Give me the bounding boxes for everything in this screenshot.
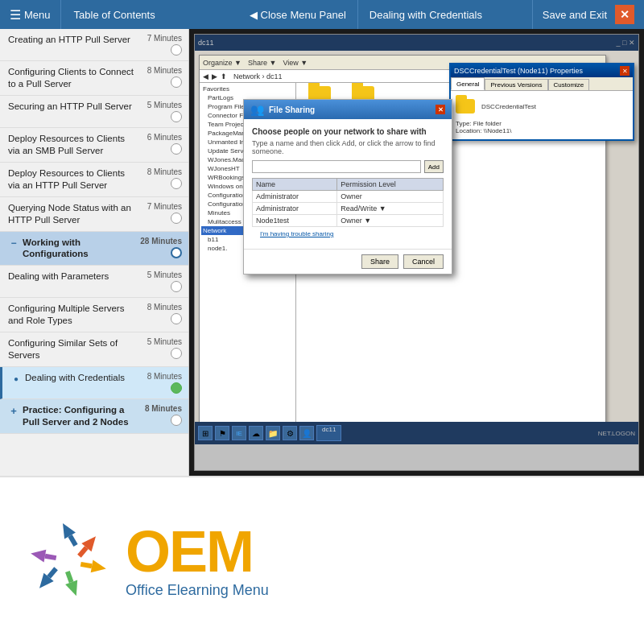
main-content: Creating an HTTP Pull Server 7 Minutes C… bbox=[0, 29, 644, 476]
top-navigation: ☰ Menu Table of Contents ◀ Close Menu Pa… bbox=[0, 0, 644, 29]
menu-button[interactable]: ☰ Menu bbox=[0, 0, 61, 29]
svg-marker-10 bbox=[30, 547, 47, 562]
table-row: Node1test Owner ▼ bbox=[253, 215, 444, 227]
status-circle bbox=[171, 143, 182, 155]
taskbar-icon-folder[interactable]: 📁 bbox=[266, 426, 280, 440]
taskbar-icon-gear[interactable]: ⚙ bbox=[283, 426, 297, 440]
svg-marker-6 bbox=[65, 580, 82, 597]
sidebar-item-working-configs[interactable]: − Working with Configurations 28 Minutes bbox=[0, 232, 188, 266]
tab-customize[interactable]: Customize bbox=[548, 79, 590, 90]
status-circle bbox=[171, 111, 182, 122]
dialog-content: DSCCredentialTest Type: File folder Loca… bbox=[451, 91, 633, 139]
svg-rect-7 bbox=[65, 571, 73, 583]
dialog-close-button[interactable]: ✕ bbox=[620, 66, 630, 76]
window-titlebar: dc11 _ □ ✕ bbox=[195, 35, 638, 51]
oem-text: OEM Office Elearning Menu bbox=[126, 522, 269, 599]
sidebar-item-secure-http[interactable]: Securing an HTTP Pull Server 5 Minutes bbox=[0, 96, 188, 128]
sidebar-item-http-pull-server[interactable]: Creating an HTTP Pull Server 7 Minutes bbox=[0, 29, 188, 61]
sharing-body: Choose people on your network to share w… bbox=[244, 119, 452, 249]
start-button[interactable]: ⊞ bbox=[198, 426, 213, 440]
sidebar-item-practice[interactable]: + Practice: Configuring a Pull Server an… bbox=[0, 399, 188, 434]
svg-marker-4 bbox=[91, 559, 108, 575]
folder-icon-dialog bbox=[456, 99, 475, 114]
trouble-sharing-link[interactable]: I'm having trouble sharing bbox=[252, 227, 444, 241]
sidebar-item-similar-sets[interactable]: Configuring Similar Sets of Servers 5 Mi… bbox=[0, 332, 188, 367]
svg-rect-1 bbox=[68, 534, 77, 546]
menu-label: Menu bbox=[24, 9, 51, 21]
sharing-name-input[interactable] bbox=[252, 160, 421, 173]
sidebar-item-deploy-http[interactable]: Deploy Resources to Clients via an HTTP … bbox=[0, 163, 188, 197]
table-row: Administrator Owner bbox=[253, 191, 444, 203]
svg-rect-3 bbox=[77, 546, 89, 558]
col-name: Name bbox=[253, 179, 337, 191]
status-circle-green bbox=[171, 382, 182, 394]
svg-rect-5 bbox=[80, 561, 93, 568]
status-circle bbox=[171, 281, 182, 292]
oem-branding-section: OEM Office Elearning Menu bbox=[0, 476, 644, 644]
sharing-instruction: Type a name and then click Add, or click… bbox=[252, 139, 444, 155]
sidebar-item-configure-clients[interactable]: Configuring Clients to Connect to a Pull… bbox=[0, 61, 188, 96]
status-circle bbox=[171, 44, 182, 56]
status-circle bbox=[171, 213, 182, 224]
collapse-icon: − bbox=[10, 237, 16, 249]
dialog-title-bar: DSCCredentialTest (Node11) Properties ✕ bbox=[451, 64, 633, 77]
nav-item-favorites[interactable]: Favorites bbox=[201, 85, 294, 93]
status-circle-playing bbox=[171, 247, 182, 258]
taskbar-icon-cloud[interactable]: ☁ bbox=[249, 426, 263, 440]
bullet-icon: ● bbox=[14, 374, 19, 383]
windows-screen: dc11 _ □ ✕ Organize ▼ Share ▼ View ▼ ◀ ▶… bbox=[194, 34, 639, 471]
taskbar-window-explorer[interactable]: dc11 bbox=[316, 425, 341, 441]
table-row: Administrator Read/Write ▼ bbox=[253, 203, 444, 215]
windows-taskbar: ⊞ ⚑ IE ☁ 📁 ⚙ 👤 dc11 NET.LOGON bbox=[195, 422, 638, 444]
sharing-title-bar: 👥 File Sharing ✕ bbox=[244, 100, 452, 119]
sharing-add-button[interactable]: Add bbox=[424, 160, 444, 173]
dialog-tabs: General Previous Versions Customize bbox=[451, 77, 633, 91]
toc-label: Table of Contents bbox=[61, 9, 238, 21]
oem-arrows-icon bbox=[24, 517, 113, 605]
sharing-close-button[interactable]: ✕ bbox=[436, 105, 445, 114]
taskbar-icon-flag[interactable]: ⚑ bbox=[215, 426, 229, 440]
file-sharing-dialog: 👥 File Sharing ✕ Choose people on your n… bbox=[243, 99, 452, 275]
oem-brand-name: OEM bbox=[126, 522, 269, 580]
sharing-subtitle: Choose people on your network to share w… bbox=[252, 127, 444, 136]
sidebar-item-parameters[interactable]: Dealing with Parameters 5 Minutes bbox=[0, 266, 188, 298]
table-of-contents-sidebar: Creating an HTTP Pull Server 7 Minutes C… bbox=[0, 29, 189, 476]
col-permission: Permission Level bbox=[337, 179, 444, 191]
status-circle bbox=[171, 415, 182, 426]
taskbar-icon-ie[interactable]: IE bbox=[232, 426, 246, 440]
window-content: Organize ▼ Share ▼ View ▼ ◀ ▶ ⬆ Network … bbox=[195, 51, 638, 444]
plus-icon: + bbox=[10, 405, 17, 417]
oem-logo: OEM Office Elearning Menu bbox=[24, 517, 269, 605]
sidebar-item-credentials[interactable]: ● Dealing with Credentials 8 Minutes bbox=[0, 367, 188, 399]
cancel-button[interactable]: Cancel bbox=[403, 254, 444, 269]
taskbar-time: NET.LOGON bbox=[598, 430, 635, 437]
taskbar-icon-person[interactable]: 👤 bbox=[299, 426, 314, 440]
sidebar-item-multiple-servers[interactable]: Configuring Multiple Servers and Role Ty… bbox=[0, 298, 188, 332]
save-exit-button[interactable]: Save and Exit ✕ bbox=[532, 0, 644, 29]
sharing-footer: Share Cancel bbox=[244, 249, 452, 274]
lesson-title: Dealing with Credentials bbox=[358, 9, 532, 21]
close-icon: ✕ bbox=[615, 5, 634, 24]
share-button[interactable]: Share bbox=[361, 254, 398, 269]
properties-dialog: DSCCredentialTest (Node11) Properties ✕ … bbox=[449, 63, 634, 141]
sidebar-item-query-node[interactable]: Querying Node Status with an HTTP Pull S… bbox=[0, 197, 188, 232]
tab-previous-versions[interactable]: Previous Versions bbox=[485, 79, 547, 90]
sharing-permissions-table: Name Permission Level Administrator Owne… bbox=[252, 178, 444, 227]
svg-rect-11 bbox=[44, 553, 56, 559]
status-circle bbox=[171, 76, 182, 88]
status-circle bbox=[171, 313, 182, 324]
status-circle bbox=[171, 348, 182, 359]
status-circle bbox=[171, 178, 182, 189]
oem-arrows-svg bbox=[24, 517, 113, 605]
video-content-area: dc11 _ □ ✕ Organize ▼ Share ▼ View ▼ ◀ ▶… bbox=[189, 29, 644, 476]
oem-subtitle-text: Office Elearning Menu bbox=[126, 582, 269, 599]
sidebar-item-deploy-smb[interactable]: Deploy Resources to Clients via an SMB P… bbox=[0, 128, 188, 163]
sharing-input-row: Add bbox=[252, 160, 444, 173]
svg-rect-9 bbox=[47, 567, 58, 579]
share-icon: 👥 bbox=[250, 103, 264, 116]
close-panel-button[interactable]: ◀ Close Menu Panel bbox=[238, 0, 358, 29]
tab-general[interactable]: General bbox=[451, 77, 485, 90]
